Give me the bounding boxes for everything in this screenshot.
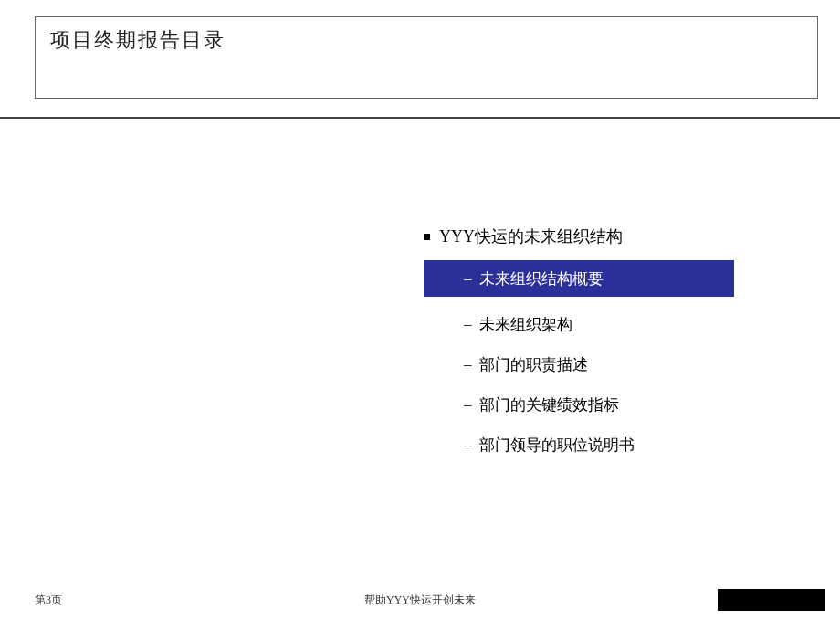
toc-item-label: 部门的职责描述 bbox=[479, 354, 588, 375]
dash-icon: – bbox=[464, 395, 472, 414]
toc-item-label: 部门领导的职位说明书 bbox=[479, 435, 635, 456]
toc-item-label: 未来组织架构 bbox=[479, 314, 572, 335]
dash-icon: – bbox=[464, 315, 472, 333]
toc-section-heading: YYY快运的未来组织结构 bbox=[424, 226, 785, 247]
horizontal-divider bbox=[0, 117, 840, 119]
page-number: 第3页 bbox=[35, 593, 62, 608]
logo-redacted bbox=[718, 589, 825, 611]
toc-item-label: 部门的关键绩效指标 bbox=[479, 394, 619, 415]
toc-content: YYY快运的未来组织结构 – 未来组织结构概要 – 未来组织架构 – 部门的职责… bbox=[424, 226, 785, 467]
footer-tagline: 帮助YYY快运开创未来 bbox=[364, 593, 476, 608]
dash-icon: – bbox=[464, 355, 472, 373]
title-box: 项目终期报告目录 bbox=[35, 16, 818, 99]
toc-item: – 部门的职责描述 bbox=[424, 346, 785, 383]
toc-sub-list: – 未来组织结构概要 – 未来组织架构 – 部门的职责描述 – 部门的关键绩效指… bbox=[424, 260, 785, 463]
toc-item-highlighted: – 未来组织结构概要 bbox=[424, 260, 734, 297]
toc-item: – 部门领导的职位说明书 bbox=[424, 426, 785, 463]
toc-section-heading-label: YYY快运的未来组织结构 bbox=[439, 226, 623, 247]
slide-footer: 第3页 帮助YYY快运开创未来 bbox=[0, 586, 840, 608]
dash-icon: – bbox=[464, 269, 472, 288]
toc-item: – 未来组织架构 bbox=[424, 306, 785, 342]
toc-item-label: 未来组织结构概要 bbox=[479, 268, 604, 289]
toc-item: – 部门的关键绩效指标 bbox=[424, 386, 785, 423]
dash-icon: – bbox=[464, 436, 472, 454]
slide-title: 项目终期报告目录 bbox=[50, 26, 803, 54]
square-bullet-icon bbox=[424, 234, 430, 240]
